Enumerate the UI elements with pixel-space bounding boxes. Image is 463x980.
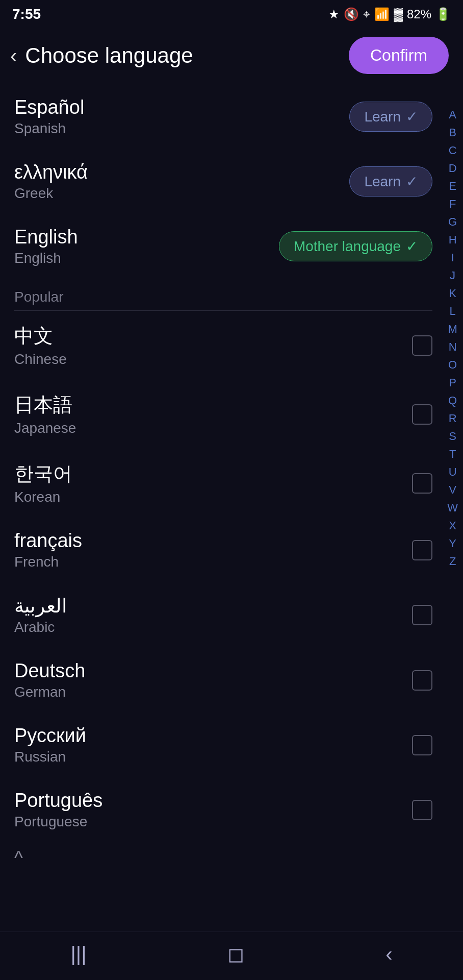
back-button[interactable]: ‹ xyxy=(10,45,17,66)
checkbox-german[interactable] xyxy=(412,670,432,691)
alpha-V[interactable]: V xyxy=(447,481,458,498)
language-item-german[interactable]: Deutsch German xyxy=(14,648,432,713)
checkbox-arabic[interactable] xyxy=(412,605,432,625)
language-native-english: English xyxy=(14,226,78,248)
language-item-portuguese[interactable]: Português Portuguese xyxy=(14,777,432,842)
checkbox-chinese[interactable] xyxy=(412,335,432,356)
alpha-X[interactable]: X xyxy=(447,517,458,534)
language-english-chinese: Chinese xyxy=(14,351,67,368)
language-english-french: French xyxy=(14,554,82,570)
location-icon: ⌖ xyxy=(363,7,370,21)
language-item-japanese[interactable]: 日本語 Japanese xyxy=(14,380,432,449)
language-native-spanish: Español xyxy=(14,96,84,118)
status-time: 7:55 xyxy=(12,6,41,22)
check-icon-english: ✓ xyxy=(406,238,418,255)
alpha-M[interactable]: M xyxy=(447,321,458,337)
language-english-english: English xyxy=(14,250,78,266)
alpha-D[interactable]: D xyxy=(447,160,458,177)
language-english-arabic: Arabic xyxy=(14,619,67,635)
language-english-japanese: Japanese xyxy=(14,420,76,436)
alpha-Z[interactable]: Z xyxy=(447,553,458,570)
language-native-greek: ελληνικά xyxy=(14,161,88,183)
language-native-russian: Русский xyxy=(14,725,86,747)
home-button[interactable]: ◻ xyxy=(227,942,244,966)
battery-icon: 🔋 xyxy=(435,7,451,21)
language-native-chinese: 中文 xyxy=(14,323,67,349)
mute-icon: 🔇 xyxy=(344,7,359,21)
checkbox-korean[interactable] xyxy=(412,473,432,494)
language-native-japanese: 日本語 xyxy=(14,392,76,418)
language-english-korean: Korean xyxy=(14,489,72,505)
alpha-S[interactable]: S xyxy=(447,428,458,445)
confirm-button[interactable]: Confirm xyxy=(349,37,449,74)
checkbox-japanese[interactable] xyxy=(412,404,432,425)
alphabet-sidebar: A B C D E F G H I J K L M N O P Q R S T … xyxy=(442,102,463,574)
status-icons: ★ 🔇 ⌖ 📶 ▓ 82% 🔋 xyxy=(328,7,451,21)
alpha-J[interactable]: J xyxy=(447,267,458,284)
alpha-I[interactable]: I xyxy=(447,249,458,266)
alpha-O[interactable]: O xyxy=(447,356,458,373)
language-english-portuguese: Portuguese xyxy=(14,814,102,830)
learn-label-spanish: Learn xyxy=(364,109,401,125)
alpha-G[interactable]: G xyxy=(447,213,458,230)
alpha-L[interactable]: L xyxy=(447,303,458,320)
alpha-P[interactable]: P xyxy=(447,374,458,391)
recents-button[interactable]: ||| xyxy=(70,943,86,966)
alpha-E[interactable]: E xyxy=(447,178,458,194)
header-left: ‹ Choose language xyxy=(10,43,193,68)
language-item-arabic[interactable]: العربية Arabic xyxy=(14,582,432,648)
alpha-K[interactable]: K xyxy=(447,285,458,302)
alpha-H[interactable]: H xyxy=(447,231,458,248)
section-label-popular: Popular xyxy=(14,279,432,310)
language-item-chinese[interactable]: 中文 Chinese xyxy=(14,311,432,380)
alpha-Y[interactable]: Y xyxy=(447,535,458,552)
language-english-russian: Russian xyxy=(14,749,86,765)
status-bar: 7:55 ★ 🔇 ⌖ 📶 ▓ 82% 🔋 xyxy=(0,0,463,27)
language-native-german: Deutsch xyxy=(14,660,85,682)
mother-badge-english[interactable]: Mother language ✓ xyxy=(279,231,432,261)
language-item-greek[interactable]: ελληνικά Greek Learn ✓ xyxy=(14,149,432,214)
language-item-spanish[interactable]: Español Spanish Learn ✓ xyxy=(14,84,432,149)
bottom-nav: ||| ◻ ‹ xyxy=(0,932,463,980)
battery-label: 82% xyxy=(407,7,431,21)
page-title: Choose language xyxy=(25,43,193,68)
language-item-french[interactable]: français French xyxy=(14,518,432,582)
language-list: Español Spanish Learn ✓ ελληνικά Greek L… xyxy=(0,84,463,842)
alpha-N[interactable]: N xyxy=(447,338,458,355)
learn-badge-greek[interactable]: Learn ✓ xyxy=(349,166,432,197)
language-native-korean: 한국어 xyxy=(14,461,72,487)
bluetooth-icon: ★ xyxy=(328,7,340,21)
language-native-portuguese: Português xyxy=(14,790,102,812)
language-english-greek: Greek xyxy=(14,185,88,202)
back-nav-button[interactable]: ‹ xyxy=(385,943,392,966)
alpha-B[interactable]: B xyxy=(447,124,458,141)
language-english-spanish: Spanish xyxy=(14,120,84,137)
checkbox-portuguese[interactable] xyxy=(412,800,432,820)
wifi-icon: 📶 xyxy=(374,7,390,21)
checkbox-french[interactable] xyxy=(412,540,432,560)
alpha-W[interactable]: W xyxy=(447,499,458,516)
learn-label-greek: Learn xyxy=(364,174,401,190)
check-icon-greek: ✓ xyxy=(406,173,418,190)
alpha-F[interactable]: F xyxy=(447,195,458,212)
alpha-R[interactable]: R xyxy=(447,410,458,427)
alpha-Q[interactable]: Q xyxy=(447,392,458,409)
mother-label-english: Mother language xyxy=(294,238,401,255)
language-item-korean[interactable]: 한국어 Korean xyxy=(14,449,432,518)
check-icon-spanish: ✓ xyxy=(406,108,418,125)
scroll-up-caret[interactable]: ^ xyxy=(0,842,463,910)
header: ‹ Choose language Confirm xyxy=(0,27,463,84)
alpha-T[interactable]: T xyxy=(447,446,458,462)
alpha-U[interactable]: U xyxy=(447,463,458,480)
learn-badge-spanish[interactable]: Learn ✓ xyxy=(349,102,432,132)
language-native-french: français xyxy=(14,530,82,552)
language-item-russian[interactable]: Русский Russian xyxy=(14,713,432,777)
checkbox-russian[interactable] xyxy=(412,735,432,755)
language-item-english[interactable]: English English Mother language ✓ xyxy=(14,214,432,279)
language-english-german: German xyxy=(14,684,85,700)
alpha-C[interactable]: C xyxy=(447,142,458,159)
signal-icon: ▓ xyxy=(394,7,403,21)
language-native-arabic: العربية xyxy=(14,595,67,617)
alpha-A[interactable]: A xyxy=(447,106,458,123)
